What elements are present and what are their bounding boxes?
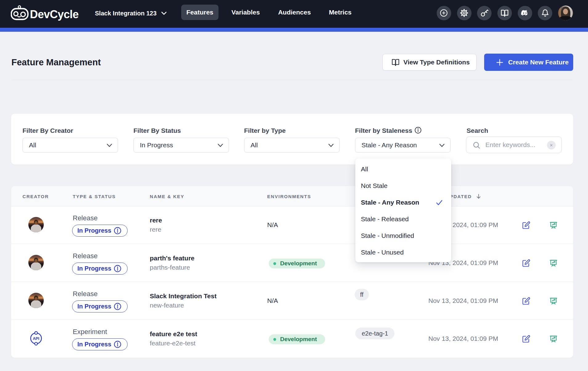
svg-text:API: API [33,336,39,341]
